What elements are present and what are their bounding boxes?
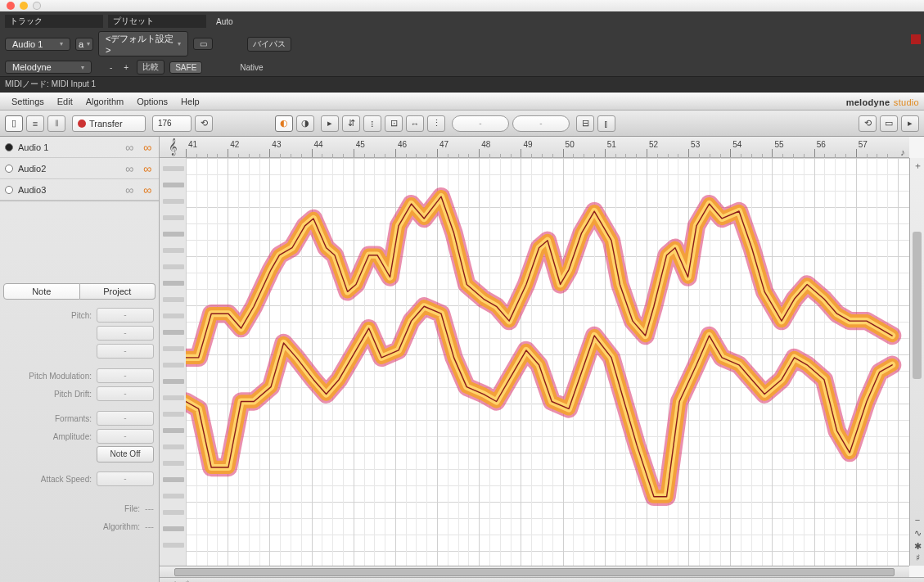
amplitude-value[interactable]: -	[97, 429, 154, 444]
chain-orange-icon[interactable]: ∞	[141, 141, 154, 154]
note-grid[interactable]	[186, 158, 909, 566]
note-icon: ♪	[896, 147, 909, 157]
host-plugin-header: トラック プリセット Auto Audio 1 a <デフォルト設定> ▭ バイ…	[0, 11, 924, 76]
close-icon[interactable]	[7, 2, 15, 10]
close-plugin-icon[interactable]	[911, 34, 921, 44]
track-select-radio[interactable]	[5, 165, 13, 173]
plus-button[interactable]: +	[120, 63, 132, 72]
track-row[interactable]: Audio 1 ∞ ∞	[0, 137, 159, 158]
midi-node-label: MIDIノード: MIDI Input 1	[0, 76, 924, 92]
view-mode-2-icon[interactable]: ≡	[26, 115, 44, 132]
readout-1: -	[452, 115, 509, 132]
stretch-tool-icon[interactable]: ↔	[406, 115, 424, 132]
pitch-mod-label: Pitch Modulation:	[5, 372, 97, 381]
menu-edit[interactable]: Edit	[51, 97, 79, 106]
safe-button[interactable]: SAFE	[169, 61, 202, 74]
toolbar: ▯ ≡ ⫴ Transfer 176 ⟲ ◐ ◑ ▸ ⇵ ⫶ ⊡ ↔ ⋮ - -…	[0, 111, 924, 137]
menu-algorithm[interactable]: Algorithm	[79, 97, 130, 106]
zoom-link-icon[interactable]: ⟲	[859, 115, 877, 132]
chain-grey-icon[interactable]: ∞	[123, 141, 136, 154]
track-dropdown[interactable]: Audio 1	[5, 38, 70, 51]
pitch-label: Pitch:	[5, 311, 97, 320]
track-row[interactable]: Audio3 ∞ ∞	[0, 179, 159, 201]
footer-sharp-icon[interactable]: ♯	[185, 579, 189, 582]
compare-button[interactable]: 比較	[137, 60, 165, 74]
panel-toggle-icon[interactable]: ▭	[880, 115, 898, 132]
overview-handle[interactable]	[174, 568, 894, 576]
folder-button[interactable]: ▭	[193, 38, 213, 50]
view-mode-1-icon[interactable]: ▯	[5, 115, 23, 132]
arrow-tool-icon[interactable]: ▸	[321, 115, 339, 132]
mixer-icon[interactable]: ⫿	[597, 115, 615, 132]
formants-label: Formants:	[5, 414, 97, 423]
tempo-field[interactable]: 176	[152, 115, 192, 132]
footer-arrow-icon[interactable]: ▸	[163, 579, 168, 582]
waveform-tool-icon[interactable]: ⫶	[363, 115, 381, 132]
pitch-drift-value[interactable]: -	[97, 386, 154, 401]
footer-toolbar: ▸ ∿ ♯	[160, 577, 924, 582]
chain-grey-icon[interactable]: ∞	[123, 162, 136, 175]
maximize-icon[interactable]	[33, 2, 41, 10]
zoom-in-icon[interactable]: ＋	[912, 160, 923, 171]
formants-value[interactable]: -	[97, 411, 154, 426]
note-off-button[interactable]: Note Off	[97, 446, 154, 462]
track-list: Audio 1 ∞ ∞ Audio2 ∞ ∞ Audio3 ∞ ∞	[0, 137, 159, 201]
sharp-icon[interactable]: ♯	[912, 553, 923, 564]
sidebar: Audio 1 ∞ ∞ Audio2 ∞ ∞ Audio3 ∞ ∞ Note P…	[0, 137, 160, 582]
piano-column[interactable]	[160, 158, 186, 566]
chain-grey-icon[interactable]: ∞	[123, 183, 136, 196]
minus-button[interactable]: -	[106, 63, 115, 72]
wave-icon[interactable]: ∿	[912, 528, 923, 539]
pitch-editor[interactable]: 𝄞 4142434445464748495051525354555657 ♪ ＋…	[160, 137, 924, 582]
menu-options[interactable]: Options	[130, 97, 174, 106]
split-tool-icon[interactable]: ⋮	[427, 115, 445, 132]
pitch-mod-value[interactable]: -	[97, 368, 154, 383]
pitch-value-2[interactable]: -	[97, 326, 154, 341]
file-value: ---	[145, 503, 154, 513]
attack-label: Attack Speed:	[5, 475, 97, 484]
minimize-icon[interactable]	[20, 2, 28, 10]
transfer-button[interactable]: Transfer	[72, 115, 146, 132]
pitch-blobs[interactable]	[186, 158, 909, 574]
plugin-dropdown[interactable]: Melodyne	[5, 61, 92, 74]
overview-ruler[interactable]	[160, 566, 909, 577]
menu-settings[interactable]: Settings	[5, 97, 51, 106]
scrollbar-thumb[interactable]	[913, 232, 922, 379]
chain-orange-icon[interactable]: ∞	[141, 162, 154, 175]
mac-titlebar	[0, 0, 924, 11]
pitch-value[interactable]: -	[97, 308, 154, 323]
footer-wave-icon[interactable]: ∿	[173, 579, 180, 582]
attack-value[interactable]: -	[97, 471, 154, 486]
amplitude-label: Amplitude:	[5, 432, 97, 441]
sliders-icon[interactable]: ⊟	[576, 115, 594, 132]
vertical-tool-icon[interactable]: ⇵	[342, 115, 360, 132]
pitch-value-3[interactable]: -	[97, 344, 154, 359]
track-letter-dropdown[interactable]: a	[75, 38, 93, 51]
mini-arrow-icon[interactable]: ▸	[901, 115, 919, 132]
zoom-out-icon[interactable]: −	[912, 515, 923, 526]
brand-logo: melodyne studio	[846, 94, 919, 108]
segment-tool-icon[interactable]: ⊡	[385, 115, 403, 132]
menu-help[interactable]: Help	[174, 97, 206, 106]
tool-main-icon[interactable]: ◐	[275, 115, 293, 132]
tool-pitch-icon[interactable]: ◑	[296, 115, 314, 132]
track-row[interactable]: Audio2 ∞ ∞	[0, 158, 159, 179]
tab-note[interactable]: Note	[3, 283, 80, 300]
preset-section-label: プリセット	[108, 15, 206, 28]
track-section-label: トラック	[5, 15, 103, 28]
note-project-tabs: Note Project	[3, 283, 156, 300]
link-icon[interactable]: ⟲	[195, 115, 213, 132]
pitch-drift-label: Pitch Drift:	[5, 390, 97, 399]
bypass-button[interactable]: バイパス	[247, 37, 291, 52]
track-select-radio[interactable]	[5, 186, 13, 194]
time-ruler[interactable]: 𝄞 4142434445464748495051525354555657 ♪	[160, 137, 909, 158]
preset-dropdown[interactable]: <デフォルト設定>	[98, 31, 188, 56]
menu-bar: Settings Edit Algorithm Options Help mel…	[0, 92, 924, 111]
track-select-radio[interactable]	[5, 143, 13, 151]
chain-orange-icon[interactable]: ∞	[141, 183, 154, 196]
vertical-scrollbar[interactable]: ＋ − ∿ ✱ ♯	[909, 158, 924, 566]
file-label: File:	[5, 504, 145, 513]
star-icon[interactable]: ✱	[912, 541, 923, 553]
tab-project[interactable]: Project	[80, 283, 156, 300]
view-mode-3-icon[interactable]: ⫴	[47, 115, 65, 132]
